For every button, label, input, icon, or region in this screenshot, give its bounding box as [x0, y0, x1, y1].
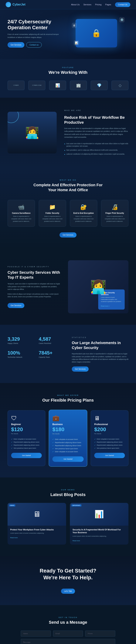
message-field[interactable] [21, 639, 115, 644]
nav-pricing[interactable]: Pricing [95, 4, 102, 6]
contact-section: GET IN TOUCH Send us a Message Submit [0, 605, 136, 644]
blog-heading: Latest Blog Posts [7, 492, 129, 497]
email-field[interactable] [53, 630, 83, 636]
pricing-card-beginner: 🛡 Beginner $120 Per Month Dolor voluptat… [7, 410, 45, 466]
plan-feature-b-4: Vero possimus harum quos lorem [11, 447, 42, 450]
logo-icon: 🛡 [6, 2, 11, 7]
hero-section: 24/7 Cybersecurity Operation Center Futu… [0, 9, 136, 59]
plan-features-business: Dolor voluptate et accusam lorem Reprehe… [52, 438, 83, 453]
logo-text: CyberJet [12, 3, 25, 6]
blog-tag-2: IMPORTANT [71, 504, 81, 506]
blog-desc-1: Lorem ipsum dolor sit amet consectetur a… [10, 532, 64, 534]
services-cta-button[interactable]: Get Services [60, 232, 76, 238]
stat-label-2: Cases Resolved [39, 342, 64, 344]
hero-laptop-graphic [75, 19, 117, 48]
hero-description: Futur sit amet consectetur adipiscing el… [7, 33, 64, 38]
blog-img-icon-1: 🖥 [33, 510, 41, 518]
cta-button[interactable]: Let's Talk [61, 588, 75, 594]
contact-label: GET IN TOUCH [7, 616, 129, 618]
cyber-overlay-link[interactable]: Read more > [101, 305, 110, 307]
blog-more-2[interactable]: Read more [72, 540, 80, 542]
partners-section: FEATURE We're Working With CYBER CYBER.C… [0, 59, 136, 98]
blog-image-1: 🖥 NEWS [7, 503, 66, 526]
service-card-1: 📹 Camera Surveillance Dolor in reprehend… [7, 200, 35, 226]
form-row-1 [21, 630, 115, 636]
blog-more-1[interactable]: Read more [10, 537, 18, 538]
plan-features-professional: Dolor voluptate et accusam lorem Reprehe… [94, 438, 125, 450]
who-point-2: Nam provident, sunt in culpa qui officia… [64, 148, 129, 152]
who-points: Duis aute irure dolor in reprehenderit i… [64, 142, 129, 156]
contact-form: Submit [21, 630, 115, 644]
who-text: WHO WE ARE Reduce Risk of Your Workflow … [64, 109, 129, 156]
hero-title: 24/7 Cybersecurity Operation Center [7, 19, 64, 30]
plan-feature-p-3: Reprehenderit adipiscing dictum lorem [94, 444, 125, 447]
plan-name-professional: Professional [94, 423, 125, 426]
blog-tag-1: NEWS [9, 504, 15, 506]
plan-btn-business[interactable]: Get Started [52, 456, 83, 462]
blog-card-1: 🖥 NEWS Protect Your Workplace From Cyber… [7, 503, 66, 544]
cta-heading: Ready To Get Started?We're Here To Help. [7, 567, 129, 581]
logo: 🛡 CyberJet [6, 2, 25, 7]
stat-value-1: 3,329 [7, 336, 33, 342]
plan-feature-biz-3: Reprehenderit adipiscing dictum lorem [52, 444, 83, 447]
plan-feature-biz-2: Reprehenderit adipiscing dictum lorem [52, 441, 83, 444]
who-point-1: Duis aute irure dolor in reprehenderit i… [64, 142, 129, 148]
nav-cta-button[interactable]: Contact Us [115, 2, 130, 7]
stat-label-4: Capacity Team [39, 356, 64, 358]
hero-contact-button[interactable]: Contact us [26, 42, 42, 48]
stat-label-1: Happy Clients [7, 342, 33, 344]
plan-icon-beginner: 🛡 [11, 415, 42, 422]
service-desc-1: Dolor in reprehenderit in voluptate veli… [10, 215, 32, 222]
services-section: WHAT WE DO Complete And Effective Protec… [0, 168, 136, 249]
plan-features-beginner: Dolor voluptate et accusam lorem Reprehe… [11, 438, 42, 450]
stats-cta-button[interactable]: Get Services [72, 366, 89, 372]
stat-value-4: 7845+ [39, 350, 64, 356]
service-title-3: End to End Encryption [72, 212, 95, 214]
plan-price-business: $180 [52, 426, 83, 433]
floating-icon-3: 🖥 [72, 23, 77, 28]
who-we-are-section: 👩‍💻 WHO WE ARE Reduce Risk of Your Workf… [0, 98, 136, 168]
blog-content-1: Protect Your Workplace From Cyber Attack… [7, 526, 66, 542]
service-icon-1: 📹 [10, 204, 32, 210]
plan-feature-biz-5: Dolor voluptate et accusam lorem [52, 450, 83, 453]
name-field[interactable] [21, 630, 51, 636]
plan-name-beginner: Beginner [11, 423, 42, 426]
blog-img-icon-2: 📊 [94, 510, 104, 518]
stat-label-3: Techniclan Network [7, 356, 33, 358]
phone-field[interactable] [85, 630, 115, 636]
stats-section: 3,329 Happy Clients 4,587 Cases Resolved… [0, 325, 136, 383]
service-desc-2: Dolor in reprehenderit in voluptate veli… [41, 215, 64, 222]
cyber-desc-2: Estivo mole sit aliqua cum tempor vel pu… [7, 293, 61, 298]
plan-feature-p-1: Dolor voluptate et accusam lorem [94, 438, 125, 441]
nav-services[interactable]: Services [83, 4, 91, 6]
hero-text: 24/7 Cybersecurity Operation Center Futu… [7, 19, 64, 48]
services-heading: Complete And Effective Protection For Yo… [30, 182, 106, 192]
plan-btn-professional[interactable]: Get Started [94, 453, 125, 458]
hero-image: ⚙️ 📊 🖥 [75, 19, 129, 48]
service-card-2: 📁 Folder Security Dolor in reprehenderit… [39, 200, 66, 226]
stat-value-3: 100% [7, 350, 33, 356]
stats-description: Reprehenderit aute irure dolor in repreh… [72, 352, 129, 364]
stat-1: 3,329 Happy Clients [7, 336, 33, 344]
hero-services-button[interactable]: Get Services [7, 42, 24, 48]
plan-period-professional: Per Month [94, 433, 125, 434]
navbar: 🛡 CyberJet About Us Services Pricing Pag… [0, 0, 136, 9]
who-heading: Reduce Risk of Your Workflow Be Producti… [64, 115, 129, 125]
cyber-text: POSSIBLE IT & CYBER SECURITY Cyber Secur… [7, 266, 61, 308]
service-grid: 📹 Camera Surveillance Dolor in reprehend… [7, 200, 129, 226]
partner-logo-3: 📊 [49, 80, 66, 90]
plan-btn-beginner[interactable]: Get Started [11, 453, 42, 458]
cyber-label: POSSIBLE IT & CYBER SECURITY [7, 266, 61, 268]
nav-pages[interactable]: Pages [105, 4, 111, 6]
who-image: 👩‍💻 [7, 112, 57, 154]
plan-feature-p-4: Vero possimus harum quos lorem [94, 447, 125, 450]
service-card-4: 🔏 Finger Print Security Dolor in reprehe… [101, 200, 129, 226]
blog-desc-2: Lorem ipsum dolor sit amet consectetur a… [72, 535, 126, 537]
stat-2: 4,587 Cases Resolved [39, 336, 64, 344]
cyber-overlay-desc: Lorem dolores sit quis malesuada excepte… [101, 296, 122, 303]
pricing-card-professional: 🖥 Professional $200 Per Month Dolor volu… [91, 410, 129, 466]
floating-icon-2: 📊 [74, 40, 79, 46]
pricing-heading: Our Flexible Pricing Plans [7, 398, 129, 403]
cyber-services-button[interactable]: Get Services [7, 303, 24, 308]
nav-about[interactable]: About Us [71, 4, 79, 6]
